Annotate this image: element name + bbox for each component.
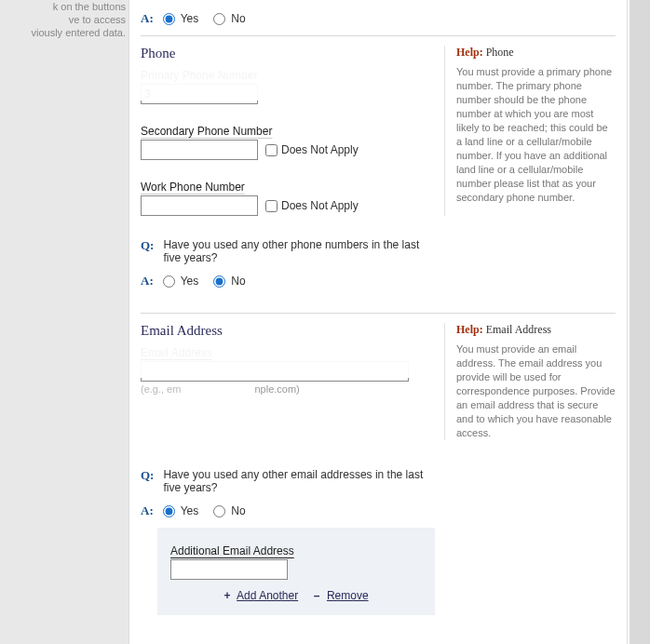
additional-email-label: Additional Email Address [170, 544, 422, 557]
text: viously entered data. [31, 27, 126, 38]
additional-email-box: Additional Email Address + Add Another –… [157, 528, 435, 615]
email-help-title: Help: Email Address [456, 323, 616, 337]
phone-fields: Phone Primary Phone Number Secondary Pho… [141, 46, 431, 216]
plus-icon: + [223, 589, 230, 602]
additional-buttons: + Add Another – Remove [170, 589, 422, 602]
secondary-phone-row: Does Not Apply [141, 140, 431, 160]
left-instruction-fragment: k on the buttons ve to access viously en… [0, 0, 133, 39]
phone-help: Help: Phone You must provide a primary p… [444, 46, 616, 216]
primary-phone-input[interactable] [141, 84, 258, 104]
email-field-label: Email Address [141, 346, 431, 359]
radio-yes-label: Yes [181, 12, 199, 25]
phone-title: Phone [141, 46, 431, 61]
answer-prefix: A: [141, 11, 154, 26]
work-dna-label: Does Not Apply [281, 199, 359, 212]
hint-masked-right: nple.com) [254, 383, 299, 395]
phone-radio-yes-label: Yes [181, 275, 199, 288]
help-subject: Email Address [486, 323, 551, 336]
email-answer-row: A: Yes No [141, 503, 616, 518]
divider [141, 313, 616, 314]
minus-icon: – [314, 589, 320, 602]
text: ve to access [69, 14, 126, 25]
email-question: Q: Have you used any other email address… [141, 468, 616, 494]
email-radio-yes-label: Yes [181, 504, 199, 517]
radio-no[interactable] [213, 13, 225, 25]
work-phone-label: Work Phone Number [141, 181, 431, 194]
email-input[interactable] [141, 361, 409, 382]
secondary-dna: Does Not Apply [265, 143, 359, 156]
form-panel: A: Yes No Phone Primary Phone Number Sec… [129, 0, 628, 644]
remove-link[interactable]: Remove [327, 589, 369, 602]
answer-row-top: A: Yes No [141, 11, 616, 26]
work-phone-row: Does Not Apply [141, 195, 431, 216]
email-fields: Email Address Email Address (e.g., email… [141, 323, 431, 440]
phone-radio-yes[interactable] [163, 275, 175, 288]
phone-question-block: Q: Have you used any other phone numbers… [141, 238, 616, 288]
scroll-gutter [628, 0, 650, 644]
email-radio-no[interactable] [213, 505, 225, 517]
answer-prefix: A: [141, 503, 154, 518]
primary-phone-label: Primary Phone Number [141, 69, 431, 82]
phone-radio-no[interactable] [213, 275, 225, 288]
phone-help-title: Help: Phone [456, 46, 616, 60]
phone-answer-row: A: Yes No [141, 274, 616, 288]
help-subject: Phone [486, 46, 514, 59]
email-question-text: Have you used any other email addresses … [159, 468, 424, 494]
email-help-body: You must provide an email address. The e… [456, 342, 616, 440]
radio-no-label: No [231, 12, 245, 25]
email-question-block: Q: Have you used any other email address… [141, 468, 616, 615]
radio-yes[interactable] [163, 13, 175, 25]
phone-question: Q: Have you used any other phone numbers… [141, 238, 616, 264]
email-title: Email Address [141, 323, 431, 339]
primary-phone-redaction [141, 84, 431, 104]
secondary-dna-checkbox[interactable] [265, 144, 278, 156]
work-dna-checkbox[interactable] [265, 200, 278, 212]
email-help: Help: Email Address You must provide an … [444, 323, 616, 440]
secondary-phone-input[interactable] [141, 140, 258, 160]
phone-radio-no-label: No [231, 275, 245, 288]
divider [141, 35, 616, 36]
text: k on the buttons [53, 1, 126, 12]
secondary-phone-label: Secondary Phone Number [141, 125, 431, 138]
email-redaction [141, 361, 431, 382]
email-radio-no-label: No [231, 504, 245, 517]
secondary-dna-label: Does Not Apply [281, 143, 359, 156]
email-hint: (e.g., emailaddress@exanple.com) [141, 383, 431, 395]
hint-masked-left: (e.g., em [141, 383, 181, 395]
work-phone-input[interactable] [141, 195, 258, 216]
answer-prefix: A: [141, 274, 154, 288]
email-section: Email Address Email Address (e.g., email… [141, 323, 616, 440]
question-prefix: Q: [141, 238, 154, 253]
help-prefix: Help: [456, 46, 483, 59]
help-prefix: Help: [456, 323, 483, 336]
question-prefix: Q: [141, 468, 154, 483]
phone-help-body: You must provide a primary phone number.… [456, 65, 616, 205]
add-another-link[interactable]: Add Another [237, 589, 298, 602]
work-dna: Does Not Apply [265, 199, 359, 212]
phone-question-text: Have you used any other phone numbers in… [159, 238, 424, 264]
email-radio-yes[interactable] [163, 505, 175, 517]
additional-email-input[interactable] [170, 559, 288, 580]
phone-section: Phone Primary Phone Number Secondary Pho… [141, 46, 616, 216]
